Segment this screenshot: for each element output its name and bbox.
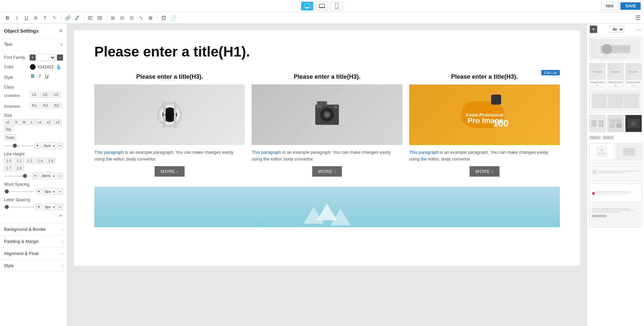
size-x3[interactable]: x3 <box>54 119 62 125</box>
collapse-right-btn[interactable]: — <box>637 27 641 32</box>
col-2-more-btn[interactable]: MORE › <box>312 166 342 177</box>
padding-margin-section[interactable]: Padding & Margin › <box>0 236 67 248</box>
alignment-float-section[interactable]: Alignment & Float › <box>0 248 67 260</box>
settings-icon[interactable]: ⊠ <box>147 14 155 22</box>
col-2-title[interactable]: Please enter a title(H3). <box>252 73 402 80</box>
u3-btn[interactable]: U3 <box>51 92 61 98</box>
col-2-image[interactable] <box>252 84 402 145</box>
line-height-dropdown-arrow[interactable]: ▾ <box>52 174 55 178</box>
template-card-6[interactable] <box>589 115 606 132</box>
template-card-7[interactable] <box>607 115 624 132</box>
laptop-device-btn[interactable] <box>316 2 328 10</box>
lh-1.0[interactable]: 1.0 <box>4 158 13 164</box>
indent-icon[interactable] <box>96 14 104 22</box>
line-height-plus[interactable]: + <box>32 173 38 179</box>
font-size-minus[interactable]: − <box>57 143 63 149</box>
link-icon[interactable]: 🔗 <box>64 14 72 22</box>
template-card-11[interactable] <box>589 162 642 181</box>
template-card-1[interactable] <box>589 37 642 61</box>
size-M[interactable]: M <box>21 119 28 125</box>
letter-spacing-plus[interactable]: + <box>36 204 42 210</box>
template-card-3[interactable]: Template Responsive 3 <box>607 63 624 87</box>
col-3-image[interactable]: Kodak Professional Pro Image 100 <box>409 84 560 145</box>
close-icon[interactable]: ✕ <box>59 28 63 34</box>
fs2-btn[interactable]: fs2 <box>41 102 51 108</box>
fs1-btn[interactable]: fs1 <box>30 102 39 108</box>
html-button[interactable]: html <box>601 2 619 10</box>
u1-btn[interactable]: U1 <box>30 92 39 98</box>
font-add-button[interactable]: + <box>30 55 36 61</box>
bold-style-btn[interactable]: B <box>30 73 36 79</box>
style-section[interactable]: Style › <box>0 260 67 272</box>
underline-style-btn[interactable]: U <box>44 73 50 79</box>
resize-icon[interactable]: ⤡ <box>137 14 145 22</box>
lh-1.2[interactable]: 1.2 <box>25 158 34 164</box>
insert-row-icon[interactable]: ⊞ <box>109 14 117 22</box>
template-card-4[interactable]: Template Responsive 4 <box>625 63 642 87</box>
size-big[interactable]: big <box>4 126 13 132</box>
template-card-13[interactable] <box>589 205 642 227</box>
italic-icon[interactable]: I <box>13 14 21 22</box>
size-L[interactable]: L <box>29 119 35 125</box>
size-S[interactable]: S <box>13 119 20 125</box>
word-spacing-slider[interactable] <box>4 191 34 192</box>
save-button[interactable]: SAVE <box>620 2 641 10</box>
delete-icon[interactable] <box>160 14 168 22</box>
letter-spacing-minus[interactable]: − <box>57 204 63 210</box>
size-x1[interactable]: x1 <box>36 119 44 125</box>
col-3-title[interactable]: Please enter a title(H3). <box>409 73 560 80</box>
font-size-plus[interactable]: + <box>35 143 41 149</box>
color-dropper-icon[interactable]: 💧 <box>56 64 61 70</box>
size-s1[interactable]: s1 <box>4 119 12 125</box>
word-spacing-minus[interactable]: − <box>57 188 63 194</box>
line-height-slider[interactable] <box>4 176 31 177</box>
template-card-8[interactable] <box>625 115 642 132</box>
letter-spacing-dropdown-arrow[interactable]: ▾ <box>52 205 55 209</box>
canvas-area[interactable]: Please enter a title(H1). Edit List Plea… <box>67 24 587 326</box>
col-1-more-btn[interactable]: MORE › <box>155 166 185 177</box>
add-template-btn[interactable]: + <box>590 26 597 33</box>
mobile-device-btn[interactable] <box>331 2 343 10</box>
lh-1.7[interactable]: 1.7 <box>4 165 13 171</box>
font-family-select[interactable] <box>37 54 56 61</box>
italic-style-btn[interactable]: I <box>38 73 42 79</box>
lh-1.4[interactable]: 1.4 <box>36 158 45 164</box>
font-size-dropdown-arrow[interactable]: ▾ <box>52 144 55 148</box>
font-remove-button[interactable]: − <box>57 55 63 61</box>
fs3-btn[interactable]: fs3 <box>52 102 61 108</box>
edit-list-badge[interactable]: Edit List <box>541 70 560 75</box>
template-card-5[interactable] <box>589 89 642 113</box>
edit-icon[interactable]: ✏ <box>59 213 63 218</box>
template-filter-select[interactable]: All <box>610 26 624 33</box>
template-card-9[interactable] <box>589 143 615 160</box>
col-1-image[interactable] <box>94 84 245 145</box>
template-card-2[interactable]: Template Responsive 2 <box>589 63 606 87</box>
desktop-device-btn[interactable] <box>301 2 313 10</box>
align-left-icon[interactable] <box>86 14 94 22</box>
underline-icon[interactable]: U <box>22 14 30 22</box>
word-spacing-dropdown-arrow[interactable]: ▾ <box>52 190 55 193</box>
table-icon[interactable]: ⊡ <box>128 14 136 22</box>
word-spacing-plus[interactable]: + <box>36 188 42 194</box>
template-card-10[interactable] <box>616 143 642 160</box>
u2-btn[interactable]: U2 <box>40 92 50 98</box>
size-x2[interactable]: x2 <box>45 119 53 125</box>
col-1-title[interactable]: Please enter a title(H3). <box>94 73 245 80</box>
lh-1.6[interactable]: 1.6 <box>46 158 55 164</box>
hamburger-menu[interactable]: ☰ <box>635 14 641 22</box>
lh-1.1[interactable]: 1.1 <box>14 158 24 164</box>
remove-row-icon[interactable]: ⊟ <box>118 14 126 22</box>
template-card-12[interactable] <box>589 183 642 203</box>
strikethrough-icon[interactable]: S <box>32 14 40 22</box>
color-swatch[interactable] <box>30 64 36 70</box>
col-3-more-btn[interactable]: MORE › <box>470 166 500 177</box>
copy-icon[interactable]: 📄 <box>169 14 177 22</box>
text-section-header[interactable]: Text ∨ <box>0 38 67 50</box>
subscript-icon[interactable]: T₂ <box>51 14 59 22</box>
page-h1-title[interactable]: Please enter a title(H1). <box>94 44 560 60</box>
size-huge[interactable]: huge <box>4 134 16 140</box>
background-border-section[interactable]: Background & Border › <box>0 223 67 236</box>
letter-spacing-slider[interactable] <box>4 207 34 208</box>
bold-icon[interactable]: B <box>3 14 11 22</box>
unlink-icon[interactable] <box>73 14 81 22</box>
